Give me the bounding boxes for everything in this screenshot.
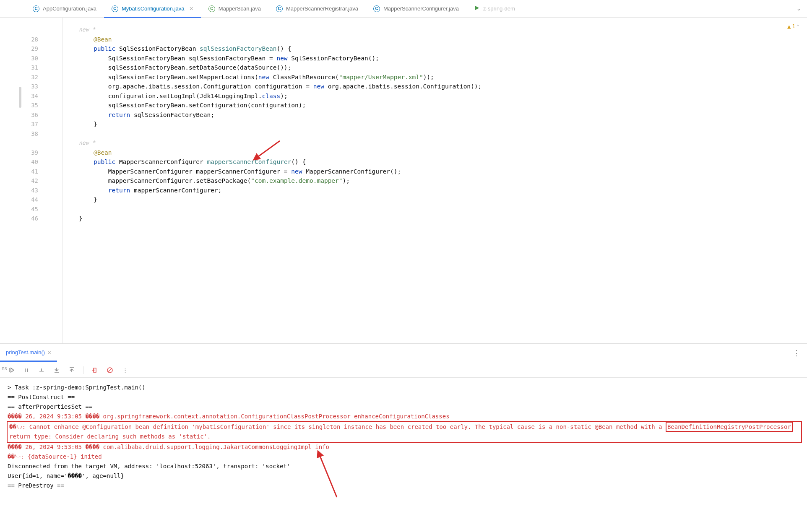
code-line[interactable]: MapperScannerConfigurer mapperScannerCon… bbox=[63, 167, 807, 176]
line-number: 34 bbox=[19, 91, 38, 101]
file-tab[interactable]: CAppConfiguration.java bbox=[25, 0, 104, 17]
run-toolbar: ⋮ bbox=[0, 362, 807, 378]
code-line[interactable] bbox=[63, 129, 807, 139]
console-line: Disconnected from the target VM, address… bbox=[8, 462, 801, 471]
pause-icon[interactable] bbox=[23, 366, 30, 374]
line-number bbox=[19, 138, 38, 148]
tab-label: z-spring-dem bbox=[483, 5, 515, 12]
close-icon[interactable]: × bbox=[190, 5, 193, 13]
chevron-down-icon[interactable]: ⌄ bbox=[791, 5, 807, 12]
run-tab-main[interactable]: pringTest.main() × bbox=[0, 344, 57, 362]
line-number: 41 bbox=[19, 167, 38, 176]
file-type-icon: C bbox=[208, 5, 215, 12]
left-gutter-margin bbox=[0, 18, 19, 343]
run-tab-label: pringTest.main() bbox=[6, 349, 45, 356]
download-icon[interactable] bbox=[53, 366, 60, 374]
step-icon[interactable] bbox=[38, 366, 45, 374]
console-line: ���� 26, 2024 9:53:05 ���� com.alibaba.d… bbox=[8, 442, 801, 452]
console-line: User{id=1, name='����', age=null} bbox=[8, 471, 801, 481]
code-line[interactable]: sqlSessionFactoryBean.setConfiguration(c… bbox=[63, 101, 807, 110]
inspection-warning-badge[interactable]: ▲ 1 ⌃ bbox=[787, 22, 799, 31]
editor-tabbar: CAppConfiguration.javaCMybatisConfigurat… bbox=[0, 0, 807, 18]
tab-label: AppConfiguration.java bbox=[43, 5, 96, 12]
code-line[interactable]: mapperScannerConfigurer.setBasePackage("… bbox=[63, 176, 807, 186]
exit-icon[interactable] bbox=[91, 366, 99, 374]
resume-icon[interactable] bbox=[8, 366, 15, 374]
warning-icon: ▲ bbox=[787, 22, 791, 31]
code-line[interactable]: sqlSessionFactoryBean.setDataSource(data… bbox=[63, 63, 807, 73]
kebab-icon[interactable]: ⋮ bbox=[121, 366, 129, 374]
code-line[interactable]: } bbox=[63, 214, 807, 223]
inline-hint: new * bbox=[63, 25, 807, 35]
code-line[interactable]: public MapperScannerConfigurer mapperSca… bbox=[63, 157, 807, 167]
warning-count: 1 bbox=[792, 22, 795, 31]
stop-disabled-icon[interactable] bbox=[106, 366, 114, 374]
fold-gutter bbox=[46, 18, 62, 343]
code-line[interactable]: configuration.setLogImpl(Jdk14LoggingImp… bbox=[63, 91, 807, 101]
code-line[interactable]: return sqlSessionFactoryBean; bbox=[63, 110, 807, 120]
code-line[interactable]: SqlSessionFactoryBean sqlSessionFactoryB… bbox=[63, 54, 807, 63]
editor-area: 28293031323334353637383940414243444546 ▲… bbox=[0, 18, 807, 343]
code-line[interactable]: @Bean bbox=[63, 148, 807, 158]
highlighted-term: BeanDefinitionRegistryPostProcessor bbox=[666, 422, 793, 432]
tab-label: MybatisConfiguration.java bbox=[122, 5, 185, 12]
line-number: 35 bbox=[19, 101, 38, 110]
line-number: 39 bbox=[19, 148, 38, 158]
line-number: 36 bbox=[19, 110, 38, 120]
file-tab[interactable]: CMapperScannerConfigurer.java bbox=[366, 0, 466, 17]
code-line[interactable]: } bbox=[63, 195, 807, 205]
run-tool-window: pringTest.main() × ⋮ ⋮ > Task :z-spring-… bbox=[0, 343, 807, 532]
file-type-icon: C bbox=[33, 5, 39, 12]
line-number: 37 bbox=[19, 119, 38, 129]
code-content[interactable]: ▲ 1 ⌃ new * @Bean public SqlSessionFacto… bbox=[62, 18, 807, 343]
line-number: 42 bbox=[19, 176, 38, 186]
run-tab-bar: pringTest.main() × ⋮ bbox=[0, 344, 807, 362]
file-type-icon: C bbox=[276, 5, 283, 12]
console-line: ��࿙: Cannot enhance @Configuration bean … bbox=[8, 422, 801, 442]
line-number: 40 bbox=[19, 157, 38, 167]
file-tab[interactable]: CMapperScannerRegistrar.java bbox=[268, 0, 366, 17]
more-icon[interactable]: ⋮ bbox=[786, 348, 807, 358]
line-number: 33 bbox=[19, 82, 38, 91]
file-type-icon bbox=[474, 5, 480, 12]
console-line: ���� 26, 2024 9:53:05 ���� org.springfra… bbox=[8, 412, 801, 421]
code-line[interactable]: public SqlSessionFactoryBean sqlSessionF… bbox=[63, 44, 807, 54]
console-output[interactable]: > Task :z-spring-demo:SpringTest.main()=… bbox=[0, 378, 807, 532]
line-number bbox=[19, 25, 38, 35]
side-label: ns bbox=[2, 366, 7, 371]
line-number: 46 bbox=[19, 214, 38, 223]
close-icon[interactable]: × bbox=[47, 349, 51, 356]
code-line[interactable]: @Bean bbox=[63, 35, 807, 44]
editor[interactable]: 28293031323334353637383940414243444546 ▲… bbox=[19, 18, 807, 343]
code-line[interactable]: sqlSessionFactoryBean.setMapperLocations… bbox=[63, 73, 807, 82]
line-number: 38 bbox=[19, 129, 38, 139]
console-line: == afterPropertiesSet == bbox=[8, 402, 801, 412]
line-number: 45 bbox=[19, 205, 38, 214]
line-number: 28 bbox=[19, 35, 38, 44]
tab-label: MapperScannerRegistrar.java bbox=[286, 5, 358, 12]
file-type-icon: C bbox=[373, 5, 380, 12]
line-number: 44 bbox=[19, 195, 38, 205]
line-number: 30 bbox=[19, 54, 38, 63]
svg-line-2 bbox=[108, 369, 112, 372]
console-line: == PreDestroy == bbox=[8, 481, 801, 490]
line-number-gutter: 28293031323334353637383940414243444546 bbox=[19, 18, 46, 343]
code-line[interactable] bbox=[63, 205, 807, 214]
code-line[interactable]: } bbox=[63, 119, 807, 129]
code-line[interactable]: org.apache.ibatis.session.Configuration … bbox=[63, 82, 807, 91]
console-line: > Task :z-spring-demo:SpringTest.main() bbox=[8, 383, 801, 392]
line-number: 32 bbox=[19, 73, 38, 82]
line-number: 29 bbox=[19, 44, 38, 54]
line-number: 43 bbox=[19, 186, 38, 195]
line-number: 31 bbox=[19, 63, 38, 73]
file-tab[interactable]: CMybatisConfiguration.java× bbox=[104, 1, 201, 18]
file-tab[interactable]: CMapperScan.java bbox=[201, 0, 268, 17]
tab-label: MapperScannerConfigurer.java bbox=[383, 5, 459, 12]
upload-icon[interactable] bbox=[68, 366, 75, 374]
console-line: == PostConstruct == bbox=[8, 392, 801, 402]
file-tab[interactable]: z-spring-dem bbox=[466, 0, 523, 17]
inline-hint: new * bbox=[63, 138, 807, 148]
code-line[interactable]: return mapperScannerConfigurer; bbox=[63, 186, 807, 195]
console-line: ��࿙: {dataSource-1} inited bbox=[8, 452, 801, 462]
file-type-icon: C bbox=[112, 5, 118, 12]
